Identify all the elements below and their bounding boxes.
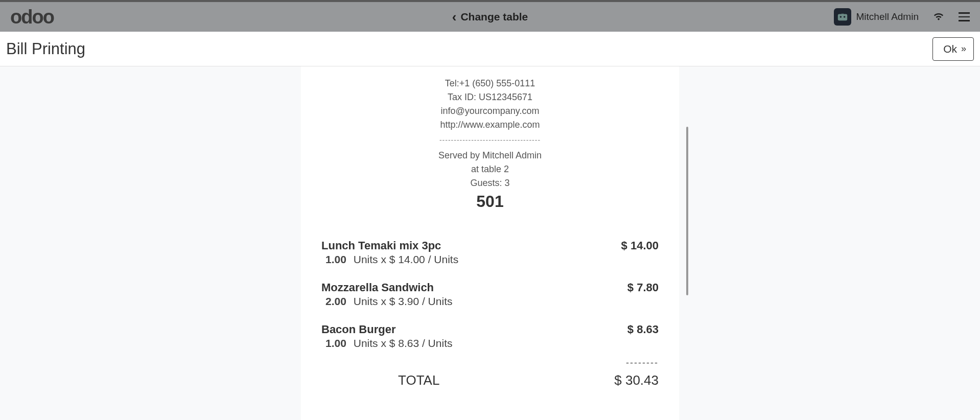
- order-number: 501: [321, 192, 659, 211]
- receipt-guests: Guests: 3: [321, 176, 659, 190]
- item-name: Mozzarella Sandwich: [321, 281, 627, 294]
- item-row: Bacon Burger 1.00 Units x $ 8.63 / Units…: [321, 323, 659, 349]
- item-unit-text: Units x $ 3.90 / Units: [354, 295, 453, 307]
- item-details: 1.00 Units x $ 8.63 / Units: [321, 337, 627, 349]
- items-list: Lunch Temaki mix 3pc 1.00 Units x $ 14.0…: [321, 239, 659, 349]
- topbar: odoo ‹ Change table Mitchell Admin: [0, 0, 980, 32]
- odoo-logo[interactable]: odoo: [10, 6, 54, 28]
- receipt-served-by: Served by Mitchell Admin: [321, 149, 659, 162]
- item-row: Mozzarella Sandwich 2.00 Units x $ 3.90 …: [321, 281, 659, 308]
- hamburger-menu-icon[interactable]: [959, 12, 970, 21]
- item-details: 1.00 Units x $ 14.00 / Units: [321, 253, 621, 266]
- username: Mitchell Admin: [856, 11, 919, 22]
- svg-point-1: [839, 16, 842, 18]
- total-row: TOTAL $ 30.43: [321, 372, 659, 388]
- item-name: Bacon Burger: [321, 323, 627, 336]
- item-qty: 2.00: [325, 295, 346, 307]
- receipt-tax-id: Tax ID: US12345671: [321, 90, 659, 104]
- scrollbar[interactable]: [686, 127, 688, 295]
- topbar-right: Mitchell Admin: [834, 8, 970, 26]
- user-menu[interactable]: Mitchell Admin: [834, 8, 919, 26]
- total-label: TOTAL: [398, 372, 439, 388]
- item-unit-text: Units x $ 14.00 / Units: [354, 253, 458, 265]
- item-price: $ 14.00: [621, 239, 659, 252]
- subheader: Bill Printing Ok »: [0, 32, 980, 66]
- svg-rect-0: [837, 14, 847, 21]
- item-qty: 1.00: [325, 337, 346, 349]
- receipt: Tel:+1 (650) 555-0111 Tax ID: US12345671…: [301, 66, 679, 420]
- content-area: Tel:+1 (650) 555-0111 Tax ID: US12345671…: [0, 66, 980, 420]
- svg-point-2: [843, 16, 845, 18]
- receipt-header: Tel:+1 (650) 555-0111 Tax ID: US12345671…: [321, 77, 659, 190]
- item-unit-text: Units x $ 8.63 / Units: [354, 337, 453, 349]
- page-title: Bill Printing: [6, 40, 85, 58]
- item-details: 2.00 Units x $ 3.90 / Units: [321, 295, 627, 308]
- svg-rect-3: [842, 14, 842, 15]
- change-table-label: Change table: [460, 11, 528, 23]
- dashed-divider: -----------------------------------: [321, 135, 659, 146]
- receipt-email: info@yourcompany.com: [321, 104, 659, 118]
- item-qty: 1.00: [325, 253, 346, 265]
- receipt-website: http://www.example.com: [321, 118, 659, 132]
- receipt-tel: Tel:+1 (650) 555-0111: [321, 77, 659, 90]
- item-name: Lunch Temaki mix 3pc: [321, 239, 621, 252]
- total-amount: $ 30.43: [614, 372, 659, 388]
- receipt-at-table: at table 2: [321, 162, 659, 176]
- change-table-button[interactable]: ‹ Change table: [452, 9, 528, 25]
- item-price: $ 7.80: [627, 281, 659, 294]
- avatar: [834, 8, 851, 26]
- chevron-double-right-icon: »: [961, 43, 963, 54]
- wifi-icon[interactable]: [933, 11, 944, 23]
- item-price: $ 8.63: [627, 323, 659, 336]
- svg-rect-4: [843, 14, 843, 15]
- ok-button[interactable]: Ok »: [932, 37, 974, 61]
- ok-label: Ok: [943, 43, 957, 55]
- total-divider: --------: [321, 358, 659, 368]
- item-row: Lunch Temaki mix 3pc 1.00 Units x $ 14.0…: [321, 239, 659, 266]
- chevron-left-icon: ‹: [452, 9, 457, 25]
